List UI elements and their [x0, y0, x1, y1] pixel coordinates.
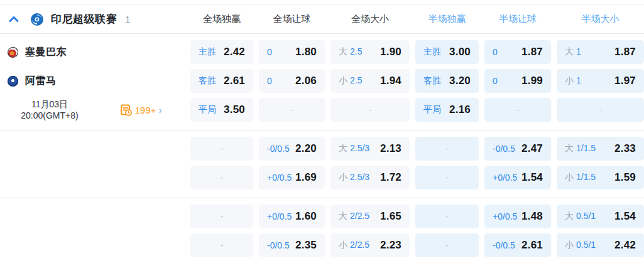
odds-cell[interactable]: +0/0.51.48 [484, 205, 551, 228]
odds-value: 2.61 [224, 75, 245, 87]
column-header-ft-handicap[interactable]: 全场让球 [259, 13, 325, 25]
odds-value: 3.20 [449, 75, 471, 87]
match-date: 11月03日 [4, 99, 96, 110]
home-team-name: 塞曼巴东 [25, 46, 67, 59]
odds-value: 1.65 [380, 210, 401, 223]
league-cell: 印尼超级联赛 1 [0, 12, 185, 26]
odds-cell[interactable]: 大11.87 [557, 40, 644, 64]
odds-cell-empty: - [259, 98, 325, 122]
odds-line-label: -0/0.5 [493, 144, 515, 154]
odds-value: 2.61 [521, 239, 543, 252]
odds-line-label: +0/0.5 [493, 211, 517, 221]
odds-cell-empty: - [190, 205, 253, 228]
odds-cell[interactable]: 小11.97 [557, 69, 644, 93]
odds-cell[interactable]: 大2.51.90 [330, 40, 410, 64]
odds-row: --0/0.52.20大2.5/32.13--0/0.52.47大1/1.52.… [0, 137, 644, 161]
odds-line-label: 0 [267, 76, 272, 86]
odds-cell-empty: - [190, 137, 253, 161]
odds-cell[interactable]: -0/0.52.47 [484, 137, 551, 161]
odds-cell[interactable]: 大0.5/11.54 [557, 205, 644, 228]
odds-cell[interactable]: 01.87 [484, 40, 551, 64]
odds-cell[interactable]: 大1/1.52.33 [557, 137, 644, 161]
odds-cell[interactable]: 平局3.50 [190, 98, 253, 122]
odds-line-label: 0 [493, 47, 498, 57]
odds-value: 2.20 [295, 142, 317, 155]
odds-line-label: -0/0.5 [267, 240, 290, 250]
odds-value: 1.54 [614, 210, 636, 223]
odds-cell-empty: - [557, 98, 644, 122]
odds-line-label: 大2.5/3 [339, 143, 369, 154]
away-team-cell[interactable]: 阿雷马 [0, 75, 185, 88]
odds-value: 3.50 [224, 104, 245, 116]
odds-value: 1.90 [380, 46, 401, 58]
odds-value: 2.13 [380, 142, 401, 155]
odds-row: -+0/0.51.69小2.5/31.72-+0/0.51.54小1/1.51.… [0, 166, 644, 189]
odds-cell[interactable]: 小0.5/12.42 [557, 233, 644, 257]
odds-cell[interactable]: 平局2.16 [415, 98, 479, 122]
column-header-ht-overunder[interactable]: 半场大小 [557, 13, 644, 25]
odds-value: 1.48 [521, 210, 543, 223]
odds-group-main: 塞曼巴东 主胜2.4201.80大2.51.90主胜3.0001.87大11.8… [0, 34, 644, 130]
more-markets-link[interactable]: 199+ › [120, 104, 162, 116]
odds-cell-empty: - [190, 233, 253, 257]
odds-cell[interactable]: 小1/1.51.59 [557, 166, 644, 189]
home-team-crest-icon [8, 47, 18, 58]
league-logo-icon [30, 13, 44, 26]
odds-cell[interactable]: 大2/2.51.65 [330, 205, 410, 228]
odds-cell-empty: - [484, 98, 551, 122]
odds-value: 2.33 [614, 142, 636, 155]
league-header-row: 印尼超级联赛 1 全场独赢 全场让球 全场大小 半场独赢 半场让球 半场大小 [0, 5, 644, 34]
odds-cell[interactable]: 02.06 [259, 69, 325, 93]
odds-cell[interactable]: 小2/2.52.23 [330, 233, 410, 257]
odds-row-away: 阿雷马 客胜2.6102.06小2.51.94客胜3.2001.99小11.97 [0, 69, 644, 93]
odds-row: -+0/0.51.60大2/2.51.65-+0/0.51.48大0.5/11.… [0, 205, 644, 228]
odds-cell[interactable]: 小2.5/31.72 [330, 166, 410, 189]
odds-value: 1.72 [380, 171, 401, 184]
odds-line-label: -0/0.5 [267, 144, 290, 154]
odds-cell[interactable]: +0/0.51.54 [484, 166, 551, 189]
more-markets-count: 199+ [135, 105, 156, 115]
odds-value: 1.87 [521, 46, 543, 58]
match-meta-cell: 11月03日 20:00(GMT+8) 199+ › [0, 99, 185, 121]
odds-row: --0/0.52.35小2/2.52.23--0/0.52.61小0.5/12.… [0, 233, 644, 257]
collapse-chevron-up-icon[interactable] [8, 14, 19, 25]
odds-line-label: 大0.5/1 [565, 211, 596, 222]
match-time: 20:00(GMT+8) [4, 110, 96, 121]
column-header-ft-1x2[interactable]: 全场独赢 [190, 13, 253, 25]
odds-value: 2.06 [295, 75, 317, 87]
league-name[interactable]: 印尼超级联赛 [51, 12, 117, 26]
odds-line-label: 小0.5/1 [565, 240, 596, 251]
odds-cell[interactable]: -0/0.52.35 [259, 233, 325, 257]
odds-value: 1.87 [614, 46, 636, 58]
odds-cell-empty: - [415, 166, 479, 189]
odds-cell[interactable]: 客胜3.20 [415, 69, 479, 93]
odds-cell[interactable]: 主胜2.42 [190, 40, 253, 64]
away-team-crest-icon [8, 76, 18, 87]
odds-cell[interactable]: 小2.51.94 [330, 69, 410, 93]
chevron-right-icon: › [158, 105, 162, 115]
odds-line-label: 主胜 [199, 46, 216, 58]
odds-line-label: 0 [267, 47, 272, 57]
odds-cell[interactable]: 大2.5/32.13 [330, 137, 410, 161]
away-team-name: 阿雷马 [25, 75, 57, 88]
odds-cell[interactable]: 主胜3.00 [415, 40, 479, 64]
column-header-ht-1x2[interactable]: 半场独赢 [415, 13, 479, 25]
odds-cell[interactable]: 01.80 [259, 40, 325, 64]
odds-line-label: 客胜 [199, 75, 216, 87]
odds-cell[interactable]: +0/0.51.69 [259, 166, 325, 189]
home-team-cell[interactable]: 塞曼巴东 [0, 46, 185, 59]
odds-cell-empty: - [330, 98, 410, 122]
odds-cell[interactable]: +0/0.51.60 [259, 205, 325, 228]
odds-cell-empty: - [190, 166, 253, 189]
odds-cell[interactable]: 01.99 [484, 69, 551, 93]
odds-value: 1.54 [521, 171, 543, 184]
odds-cell[interactable]: 客胜2.61 [190, 69, 253, 93]
odds-line-label: 大1 [565, 46, 581, 58]
odds-cell[interactable]: -0/0.52.61 [484, 233, 551, 257]
odds-cell[interactable]: -0/0.52.20 [259, 137, 325, 161]
odds-line-label: 小1 [565, 75, 581, 87]
column-header-ft-overunder[interactable]: 全场大小 [330, 13, 410, 25]
column-header-ht-handicap[interactable]: 半场让球 [484, 13, 551, 25]
odds-value: 2.16 [449, 104, 471, 116]
odds-line-label: 大2/2.5 [339, 211, 369, 222]
